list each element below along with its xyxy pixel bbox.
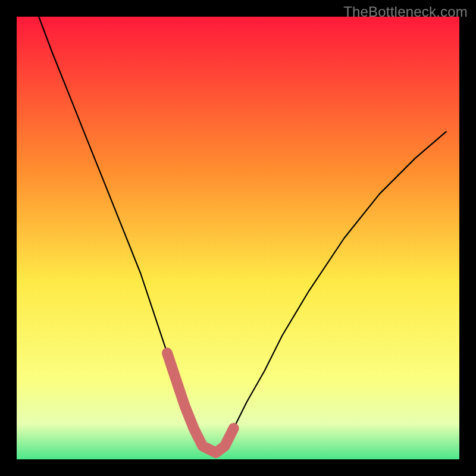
bottleneck-chart — [0, 0, 476, 476]
plot-area — [17, 17, 459, 459]
chart-stage: TheBottleneck.com — [0, 0, 476, 476]
watermark-text: TheBottleneck.com — [343, 4, 468, 20]
